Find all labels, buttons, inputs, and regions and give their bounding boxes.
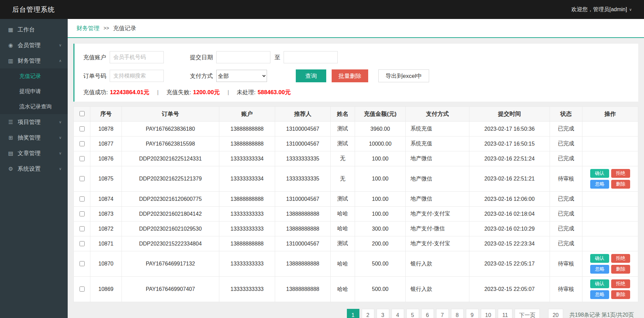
unprocessed-value: 588463.00元 [258,88,290,96]
next-page-button[interactable]: 下一页 [515,309,540,318]
pay-method-select[interactable]: 全部 [216,70,267,82]
breadcrumb-parent-link[interactable]: 财务管理 [76,24,99,32]
sidebar-item-workbench[interactable]: ▦工作台 [0,22,68,37]
select-all-checkbox[interactable] [80,111,85,116]
page-button-6[interactable]: 6 [421,309,434,318]
cell-status: 已完成 [550,192,582,207]
column-header: 提交时间 [469,107,550,122]
cell-referrer: 13100004567 [275,236,331,251]
sidebar-item-lottery[interactable]: ⊞抽奖管理∨ [0,130,68,145]
batch-delete-button[interactable]: 批量删除 [332,69,368,82]
delete-button[interactable]: 删除 [611,180,630,189]
cell-amount: 200.00 [355,236,406,251]
sidebar-subitem-recharge-records[interactable]: 充值记录 [0,68,68,84]
cell-referrer: 13888888888 [275,221,331,236]
cell-order-no: DDP20230215222334804 [122,236,219,251]
cell-name: 哈哈 [331,207,355,221]
articles-icon: ▤ [7,150,14,156]
user-menu[interactable]: 欢迎您，管理员[admin] ∨ [571,6,632,13]
sidebar-item-label: 抽奖管理 [18,134,41,142]
cell-seq: 10870 [90,251,122,277]
row-checkbox-cell [74,192,90,207]
confirm-button[interactable]: 确认 [590,279,609,288]
page-button-9[interactable]: 9 [466,309,479,318]
row-checkbox[interactable] [80,226,85,231]
row-checkbox[interactable] [80,241,85,246]
row-checkbox[interactable] [80,196,85,202]
sidebar-item-members[interactable]: ◉会员管理∨ [0,37,68,53]
ignore-button[interactable]: 忽略 [590,290,609,299]
cell-order-no: PAY1676623815598 [122,136,219,151]
page-button-11[interactable]: 11 [498,309,512,318]
delete-button[interactable]: 删除 [611,265,630,274]
cell-name: 哈哈 [331,251,355,277]
row-checkbox[interactable] [80,141,85,146]
cell-time: 2023-02-17 16:50:15 [469,136,550,151]
sidebar-subitem-withdrawal-requests[interactable]: 提现申请 [0,84,68,99]
cell-actions [582,236,638,251]
reject-button[interactable]: 拒绝 [611,279,630,288]
export-excel-button[interactable]: 导出到excel中 [378,69,429,82]
row-checkbox-cell [74,207,90,221]
row-checkbox[interactable] [80,156,85,161]
page-button-1[interactable]: 1 [347,309,359,318]
chevron-down-icon: ∨ [59,135,62,140]
sidebar-item-projects[interactable]: ☰项目管理∨ [0,114,68,130]
cell-actions [582,207,638,221]
row-checkbox[interactable] [80,211,85,216]
cell-status: 已完成 [550,221,582,236]
cell-seq: 10874 [90,192,122,207]
pagination: 1234567891011下一页20共198条记录 第1页/共20页 [68,309,634,318]
chevron-down-icon: ∨ [59,43,62,47]
cell-name: 测试 [331,136,355,151]
row-checkbox[interactable] [80,287,85,292]
cell-time: 2023-02-15 22:05:17 [469,251,550,277]
date-from-input[interactable] [216,51,270,63]
date-to-input[interactable] [284,51,338,63]
page-button-4[interactable]: 4 [392,309,404,318]
sidebar-item-articles[interactable]: ▤文章管理∨ [0,145,68,161]
account-input[interactable] [110,51,164,63]
column-header: 支付方式 [406,107,469,122]
search-button[interactable]: 查询 [296,69,326,82]
cell-time: 2023-02-15 22:23:34 [469,236,550,251]
chevron-up-icon: ∧ [59,59,62,63]
sidebar-item-label: 项目管理 [18,118,41,126]
ignore-button[interactable]: 忽略 [590,265,609,274]
cell-account: 13888888888 [219,236,275,251]
row-checkbox-cell [74,251,90,277]
page-button-10[interactable]: 10 [481,309,496,318]
table-row: 10871DDP20230215222334804138888888881310… [74,236,638,251]
cell-account: 13333333334 [219,166,275,192]
cell-actions: 确认拒绝忽略删除 [582,277,638,302]
cell-seq: 10878 [90,122,122,136]
delete-button[interactable]: 删除 [611,290,630,299]
cell-time: 2023-02-17 16:50:36 [469,122,550,136]
column-header: 姓名 [331,107,355,122]
row-checkbox[interactable] [80,261,85,266]
reject-button[interactable]: 拒绝 [611,169,630,178]
sidebar-item-settings[interactable]: ⚙系统设置∨ [0,161,68,176]
cell-amount: 100.00 [355,207,406,221]
confirm-button[interactable]: 确认 [590,169,609,178]
order-input[interactable] [110,70,164,82]
settings-icon: ⚙ [7,166,14,172]
page-button-7[interactable]: 7 [436,309,449,318]
page-button-20[interactable]: 20 [548,309,563,318]
records-table-card: 序号订单号账户推荐人姓名充值金额(元)支付方式提交时间状态操作 10878PAY… [73,106,638,302]
stats-row: 充值成功: 12243864.01元 ｜ 充值失败: 1200.00元 ｜ 未处… [83,88,629,96]
sidebar-item-finance[interactable]: ▥财务管理∧ [0,53,68,68]
order-label: 订单号码 [83,72,106,80]
cell-account: 13888888888 [219,192,275,207]
ignore-button[interactable]: 忽略 [590,180,609,189]
confirm-button[interactable]: 确认 [590,254,609,263]
page-button-2[interactable]: 2 [362,309,374,318]
page-button-3[interactable]: 3 [377,309,389,318]
reject-button[interactable]: 拒绝 [611,254,630,263]
page-button-8[interactable]: 8 [451,309,464,318]
page-button-5[interactable]: 5 [406,309,419,318]
row-checkbox[interactable] [80,126,85,131]
row-checkbox[interactable] [80,176,85,181]
finance-icon: ▥ [7,58,14,64]
sidebar-subitem-transaction-query[interactable]: 流水记录查询 [0,99,68,114]
